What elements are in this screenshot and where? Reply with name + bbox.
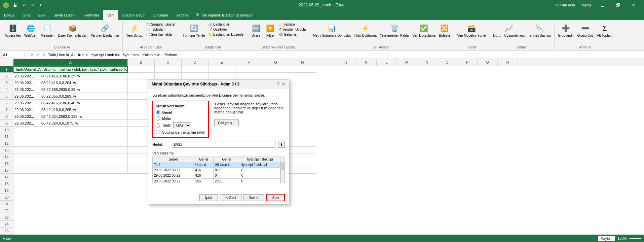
- cell-b2[interactable]: 08:22,416,3186,0,39,,w: [40, 73, 128, 79]
- col-header-d[interactable]: D: [182, 59, 209, 66]
- cell-d1[interactable]: [182, 66, 209, 73]
- col-header-l[interactable]: L: [377, 59, 397, 66]
- row-header-14[interactable]: 14: [0, 153, 13, 160]
- cell-a9[interactable]: 29.06.202...: [13, 120, 40, 127]
- cell-d2[interactable]: [155, 73, 182, 79]
- col-header-m[interactable]: M: [397, 59, 417, 66]
- row-header-3[interactable]: 3: [0, 79, 13, 86]
- btn-baglantılar[interactable]: 🔗 Bağlantılar: [207, 22, 245, 27]
- btn-hizli-doldur[interactable]: ⚡ Hızlı Doldurma: [353, 22, 378, 38]
- advanced-btn[interactable]: Gelişmiş...: [214, 119, 239, 126]
- radio-atla-input[interactable]: [156, 130, 160, 134]
- cell-e1[interactable]: [209, 66, 235, 73]
- btn-yeni-sorgu[interactable]: ⚡ Yeni Sorgu: [125, 22, 144, 38]
- row-header-17[interactable]: 17: [0, 174, 13, 180]
- cell-b7[interactable]: 08:42,416,0,0,205,,w: [40, 106, 128, 113]
- radio-tarih-input[interactable]: [156, 123, 160, 128]
- row-header-22[interactable]: 22: [0, 207, 13, 214]
- cell-a7[interactable]: 29.06.202...: [13, 106, 40, 113]
- cell-g1[interactable]: [262, 66, 289, 73]
- btn-sirala[interactable]: 🔤 Sırala: [249, 22, 263, 38]
- btn-diger[interactable]: 📦 Diğer Kaynaklardan: [56, 22, 89, 38]
- col-header-g[interactable]: G: [262, 59, 289, 66]
- tab-gorunum[interactable]: Görünüm: [149, 10, 172, 20]
- btn-birlestir[interactable]: 🔀 Birleştir: [438, 22, 451, 38]
- next-button[interactable]: İleri >: [243, 194, 264, 201]
- btn-veri-modeli[interactable]: 🗃️ Veri Modelini Yönet: [456, 22, 488, 38]
- row-header-19[interactable]: 19: [0, 187, 13, 194]
- tab-ekle[interactable]: Ekle: [34, 10, 49, 20]
- tab-yardim[interactable]: Yardım: [172, 10, 192, 20]
- col-header-i[interactable]: I: [316, 59, 336, 66]
- btn-baglanti-duzenle[interactable]: ✏️ Bağlantıları Düzenle: [207, 32, 245, 37]
- dialog-help-btn[interactable]: ?: [277, 81, 279, 87]
- cell-a8[interactable]: 29.06.202...: [13, 113, 40, 120]
- col-header-f[interactable]: F: [235, 59, 262, 66]
- btn-veri-dogrulama[interactable]: ✅ Veri Doğrulama: [411, 22, 437, 38]
- cell-a13[interactable]: [13, 147, 128, 153]
- cell-f1[interactable]: [235, 66, 262, 73]
- row-header-10[interactable]: 10: [0, 127, 13, 133]
- tab-sayfa-duzeni[interactable]: Sayfa Düzeni: [49, 10, 79, 20]
- quick-save[interactable]: 💾: [11, 2, 20, 8]
- formula-input[interactable]: [48, 53, 643, 57]
- cell-a5[interactable]: 29.06.202...: [13, 93, 40, 100]
- cell-a1[interactable]: Tarih,Urun id ,Alt Urun id , fiyat tipi …: [13, 66, 128, 73]
- row-header-12[interactable]: 12: [0, 140, 13, 147]
- row-header-21[interactable]: 21: [0, 201, 13, 207]
- btn-gelismis[interactable]: ⚙️ Gelişmiş: [277, 32, 307, 37]
- row-header-2[interactable]: 2: [0, 73, 13, 79]
- quick-access-more[interactable]: ▾: [38, 2, 44, 8]
- btn-ozellikler[interactable]: 📝 Özellikler: [207, 27, 245, 32]
- btn-access[interactable]: 🗄️ Access'ten: [3, 22, 22, 38]
- target-input[interactable]: [172, 141, 275, 148]
- radio-metin[interactable]: Metin: [156, 116, 205, 120]
- cell-c1[interactable]: [155, 66, 182, 73]
- restore-btn[interactable]: 🗗: [610, 0, 626, 10]
- row-header-8[interactable]: 8: [0, 113, 13, 120]
- col-header-r[interactable]: R: [498, 59, 518, 66]
- cell-a10[interactable]: [13, 127, 128, 133]
- row-header-9[interactable]: 9: [0, 120, 13, 127]
- col-header-c[interactable]: C: [155, 59, 182, 66]
- cell-a4[interactable]: 29.06.202...: [13, 86, 40, 93]
- cell-b6[interactable]: 08:42,416,3186,0,40,,w: [40, 100, 128, 106]
- btn-tablodan[interactable]: 📊 Tablodan: [145, 27, 177, 32]
- btn-temizle[interactable]: 🧹 Temizle: [277, 22, 307, 27]
- tab-dosya[interactable]: Dosya: [0, 10, 18, 20]
- btn-sorgu-goster[interactable]: 📋 Sorguları Göster: [145, 22, 177, 27]
- quick-redo[interactable]: ↪: [29, 2, 36, 8]
- col-header-h[interactable]: H: [289, 59, 316, 66]
- col-header-j[interactable]: J: [336, 59, 356, 66]
- confirm-formula-icon[interactable]: ✓: [35, 52, 41, 58]
- col-header-o[interactable]: O: [437, 59, 457, 66]
- col-header-a[interactable]: A: [13, 59, 128, 66]
- btn-web[interactable]: 🌐 Web'den: [23, 22, 39, 38]
- radio-genel[interactable]: Genel: [156, 110, 205, 114]
- cell-b8[interactable]: 08:42,324,2582,0,339,,w: [40, 113, 128, 120]
- finish-button[interactable]: Son: [266, 194, 285, 201]
- col-header-e[interactable]: E: [209, 59, 235, 66]
- paylas-btn[interactable]: Paylaş: [578, 2, 594, 8]
- cell-reference[interactable]: A1: [1, 52, 25, 58]
- row-header-15[interactable]: 15: [0, 160, 13, 167]
- tab-giris[interactable]: Giriş: [18, 10, 34, 20]
- cell-a6[interactable]: 29.06.202...: [13, 100, 40, 106]
- radio-atla[interactable]: Sütunu içeri aktarma (atla): [156, 130, 205, 134]
- cell-h2[interactable]: [262, 73, 289, 79]
- zoom-slider[interactable]: ━━━━●: [630, 236, 641, 241]
- row-header-6[interactable]: 6: [0, 100, 13, 106]
- cancel-formula-icon[interactable]: ✕: [29, 52, 35, 58]
- btn-filtre[interactable]: 🔽 Filtre: [263, 22, 277, 38]
- btn-varolan[interactable]: 🔗 Varolan Bağlantılar: [89, 22, 120, 38]
- tab-gozden-gecir[interactable]: Gözden Geçir: [118, 10, 149, 20]
- row-header-23[interactable]: 23: [0, 214, 13, 221]
- col-header-b[interactable]: B: [128, 59, 155, 66]
- btn-metni-sutun[interactable]: 📊 Metni Sütunlara Dönüştür: [311, 22, 352, 38]
- cell-b9[interactable]: 08:42,324,0,0,1075,,w: [40, 120, 128, 127]
- cell-e2[interactable]: [182, 73, 209, 79]
- row-header-5[interactable]: 5: [0, 93, 13, 100]
- row-header-13[interactable]: 13: [0, 147, 13, 153]
- radio-tarih[interactable]: Tarih:: [156, 123, 171, 128]
- col-header-k[interactable]: K: [356, 59, 377, 66]
